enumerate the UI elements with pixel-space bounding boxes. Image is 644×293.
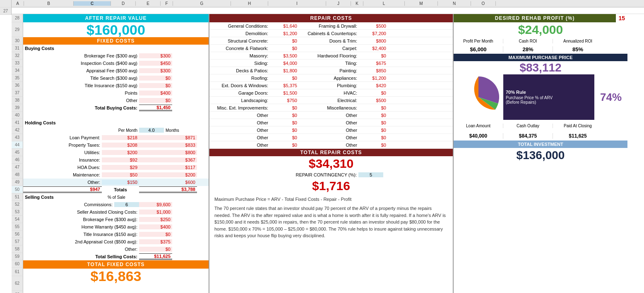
repair-row-16: Other $0 Other $0 — [209, 141, 453, 149]
annualized-roi-value: 85% — [553, 46, 603, 52]
repair-left-label-0: General Conditions: — [209, 24, 269, 29]
contingency-pct: 5 — [358, 172, 383, 177]
loan-amount-value: $40,000 — [454, 133, 503, 139]
taxes-total: $833 — [139, 143, 197, 148]
col-h-header: H — [231, 1, 268, 6]
repair-items: General Conditions: $1,640 Framing & Dry… — [209, 22, 453, 149]
repair-right-label-2: Doors & Trim: — [298, 38, 358, 43]
max-purchase-value: $83,112 — [454, 61, 627, 74]
buying-row-points: Points $400 — [23, 89, 209, 97]
pie-chart — [458, 76, 499, 118]
loan-amount-label: Loan Amount — [454, 124, 503, 128]
selling-title-ins: Title Insurance ($150 avg): $0 — [23, 231, 209, 238]
repair-right-label-0: Framing & Drywall: — [298, 24, 358, 29]
main-content: 28 29 30 31 32 33 34 35 36 37 38 39 40 4… — [0, 14, 644, 293]
commissions-value: $9,600 — [139, 202, 172, 207]
buying-other-value: $0 — [139, 98, 172, 103]
appraisal-label: Appraisal Fee ($500 avg) — [23, 68, 139, 73]
repair-left-label-1: Demolition: — [209, 31, 269, 36]
col-d-header: D — [111, 1, 136, 6]
left-section-wrapper: 28 29 30 31 32 33 34 35 36 37 38 39 40 4… — [12, 14, 209, 293]
total-investment-header: TOTAL INVESTMENT — [454, 141, 627, 148]
buying-row-title-ins: Title Insurance ($150 avg) $0 — [23, 82, 209, 89]
maintenance-total: $200 — [139, 172, 197, 177]
rn-39: 39 — [12, 104, 23, 112]
utilities-total: $800 — [139, 150, 197, 155]
col-i-header: I — [268, 1, 326, 6]
repair-left-label-11: Misc. Ext. Improvements: — [209, 105, 269, 110]
repair-right-value-9: $0 — [358, 91, 387, 95]
repair-left-value-7: $0 — [269, 76, 298, 81]
buying-row-appraisal: Appraisal Fee ($500 avg) $300 — [23, 67, 209, 74]
selling-warranty: Home Warranty ($450 avg): $400 — [23, 223, 209, 231]
rn-53: 53 — [12, 208, 23, 216]
col-o-header: O — [471, 1, 496, 6]
insurance-per-month: $92 — [102, 157, 139, 162]
repair-left-label-16: Other — [209, 143, 269, 148]
taxes-label: Property Taxes: — [23, 143, 102, 148]
insurance-total: $367 — [139, 157, 197, 162]
repair-left-value-8: $5,375 — [269, 83, 298, 88]
col-e-header: E — [136, 1, 161, 6]
loan-total: $871 — [139, 135, 197, 140]
holding-costs-label: Holding Costs — [23, 119, 209, 126]
max-purchase-header: MAXIMUM PURCHASE PRICE — [454, 54, 627, 61]
total-buying-label: Total Buying Costs: — [23, 105, 139, 110]
content-wrapper: 28 29 30 31 32 33 34 35 36 37 38 39 40 4… — [12, 14, 644, 293]
repair-row-3: Concrete & Flatwork: $0 Carpet: $2,400 — [209, 45, 453, 52]
sell-appraisal-value: $375 — [139, 239, 172, 244]
warranty-label: Home Warranty ($450 avg): — [23, 224, 139, 229]
repair-row-15: Other $0 Other $0 — [209, 134, 453, 141]
rn-40: 40 — [12, 112, 23, 119]
rn-42: 42 — [12, 126, 23, 134]
rn-49: 49 — [12, 179, 23, 186]
paid-at-closing-value: $11,625 — [553, 133, 603, 139]
holding-insurance: Insurance: $92 $367 — [23, 156, 209, 164]
repair-row-11: Misc. Ext. Improvements: $0 Miscellaneou… — [209, 104, 453, 112]
selling-brokerage: Brokerage Fee ($300 avg): $250 — [23, 216, 209, 223]
rn-35: 35 — [12, 74, 23, 82]
maintenance-per-month: $50 — [102, 172, 139, 177]
pie-chart-container — [454, 74, 503, 120]
repair-left-value-15: $0 — [269, 135, 298, 140]
repair-right-value-0: $500 — [358, 24, 387, 29]
repair-left-label-12: Other — [209, 113, 269, 118]
repair-right-label-10: Electrical: — [298, 98, 358, 103]
inspection-label: Inspection Costs ($400 avg) — [23, 61, 139, 66]
rn-37: 37 — [12, 89, 23, 97]
inspection-value: $450 — [139, 61, 172, 66]
brokerage-value: $300 — [139, 53, 172, 58]
profit-per-month-value: $6,000 — [454, 46, 503, 52]
holding-other: Other: $150 $600 — [23, 179, 209, 186]
repair-left-value-1: $1,200 — [269, 31, 298, 36]
rn-57: 57 — [12, 238, 23, 245]
buying-row-other: Other $0 — [23, 97, 209, 104]
repair-left-value-2: $0 — [269, 38, 298, 43]
repair-right-label-6: Painting: — [298, 68, 358, 73]
rn-50: 50 — [12, 186, 23, 193]
profit-value: $24,000 — [454, 22, 627, 37]
maintenance-label: Maintenance: — [23, 172, 102, 177]
repair-row-2: Structural Concrete: $0 Doors & Trim: $8… — [209, 37, 453, 45]
row-numbers-col: 28 29 30 31 32 33 34 35 36 37 38 39 40 4… — [12, 14, 23, 293]
repair-rows: General Conditions: $1,640 Framing & Dry… — [209, 22, 453, 149]
total-fixed-costs-value: $16,863 — [23, 269, 209, 283]
repair-right-value-10: $500 — [358, 98, 387, 103]
holding-utilities: Utilities: $200 $800 — [23, 149, 209, 156]
repair-left-value-9: $1,500 — [269, 91, 298, 95]
arv-header: AFTER REPAIR VALUE — [23, 14, 209, 22]
selling-commissions: Commissions: 6 $9,600 — [23, 201, 209, 208]
repair-left-value-16: $0 — [269, 143, 298, 148]
holding-other-per-month: $150 — [102, 180, 139, 185]
commissions-pct: 6 — [114, 202, 139, 207]
repair-left-value-11: $0 — [269, 105, 298, 110]
rn-33: 33 — [12, 60, 23, 67]
sell-appraisal-label: 2nd Appraisal Cost ($500 avg): — [23, 239, 139, 244]
holding-other-total: $600 — [139, 180, 197, 185]
appraisal-value: $300 — [139, 68, 172, 73]
per-month-header: Per Month — [102, 128, 139, 133]
holding-other-label: Other: — [23, 180, 102, 185]
total-fixed-costs-header: TOTAL FIXED COSTS — [23, 260, 209, 269]
left-content: AFTER REPAIR VALUE $160,000 FIXED COSTS … — [23, 14, 209, 293]
repair-left-label-15: Other — [209, 135, 269, 140]
